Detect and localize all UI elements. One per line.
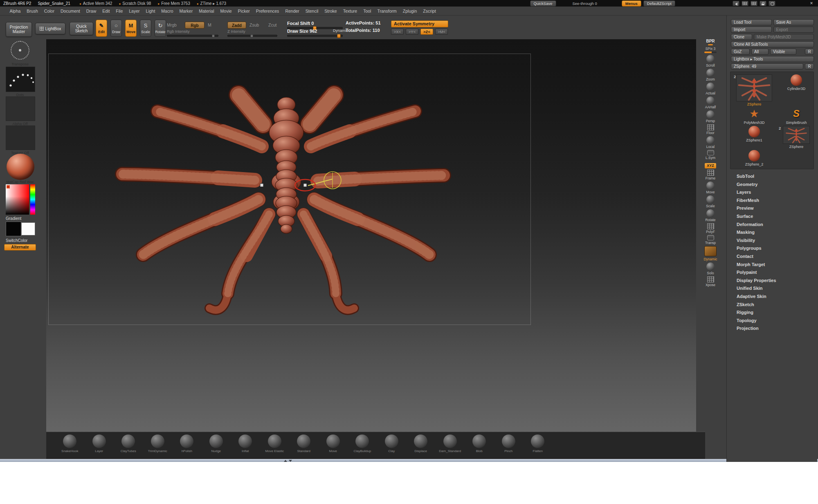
brush-move[interactable]: Move: [319, 435, 348, 453]
menus-button[interactable]: Menus: [622, 0, 641, 7]
shelf-item-scroll[interactable]: Scroll: [699, 55, 721, 67]
menu-layer[interactable]: Layer: [126, 9, 143, 13]
close-icon[interactable]: [808, 1, 815, 6]
clone-all-subtools-button[interactable]: Clone All SubTools: [731, 41, 814, 47]
grid-icon[interactable]: [742, 1, 748, 6]
section-topology[interactable]: Topology: [731, 317, 814, 325]
menu-preferences[interactable]: Preferences: [253, 9, 282, 13]
mode-button-move[interactable]: M Move: [125, 20, 137, 37]
menu-marker[interactable]: Marker: [176, 9, 196, 13]
shelf-item-scale[interactable]: Scale: [699, 195, 721, 208]
rgb-button[interactable]: Rgb: [185, 22, 204, 29]
section-unified-skin[interactable]: Unified Skin: [731, 284, 814, 293]
brush-move-elastic[interactable]: Move Elastic: [260, 435, 290, 453]
grid2-icon[interactable]: [751, 1, 757, 6]
menu-zscript[interactable]: Zscript: [420, 9, 439, 13]
tool-thumb-zsphere-2[interactable]: ZSphere_2: [732, 150, 776, 166]
default-zscript-button[interactable]: DefaultZScript: [643, 0, 675, 7]
brush-claytubes[interactable]: ClayTubes: [114, 435, 143, 453]
color-picker[interactable]: [6, 184, 35, 215]
shelf-item-bpr[interactable]: BPR: [699, 39, 721, 45]
document-canvas[interactable]: [46, 39, 696, 432]
alpha-thumbnail[interactable]: [6, 96, 35, 121]
brush-snakehook[interactable]: SnakeHook: [55, 435, 85, 453]
tool-thumb-zsphere1[interactable]: ZSphere1: [732, 126, 776, 149]
section-subtool[interactable]: SubTool: [731, 172, 814, 181]
shelf-item-spix-3[interactable]: SPix 3: [699, 47, 721, 54]
zsphere-handle-right[interactable]: [303, 184, 307, 187]
shelf-item-persp[interactable]: Persp: [699, 110, 721, 123]
lightbox-button[interactable]: LightBox: [35, 23, 65, 34]
menu-macro[interactable]: Macro: [158, 9, 176, 13]
shelf-item-frame[interactable]: Frame: [699, 170, 721, 180]
shelf-item-xyz[interactable]: XYZ: [699, 161, 721, 168]
menu-file[interactable]: File: [113, 9, 126, 13]
symmetry-axis-y[interactable]: >Y<: [406, 29, 418, 35]
circle-icon[interactable]: [769, 1, 775, 6]
menu-material[interactable]: Material: [196, 9, 217, 13]
mode-button-edit[interactable]: ✎ Edit: [96, 20, 107, 37]
tool-thumb-zsphere[interactable]: 2 ZSphere: [777, 126, 816, 149]
menu-edit[interactable]: Edit: [99, 9, 113, 13]
zsphere-model[interactable]: [46, 39, 696, 432]
menu-picker[interactable]: Picker: [235, 9, 253, 13]
rgb-intensity-slider[interactable]: [167, 35, 218, 37]
section-fibermesh[interactable]: FiberMesh: [731, 197, 814, 205]
section-masking[interactable]: Masking: [731, 228, 814, 237]
brush-blob[interactable]: Blob: [465, 435, 494, 453]
tool-thumb-cylinder3d[interactable]: Cylinder3D: [777, 74, 816, 106]
texture-thumbnail[interactable]: [6, 125, 35, 150]
menu-brush[interactable]: Brush: [24, 9, 41, 13]
goz-visible-button[interactable]: Visible: [770, 49, 796, 55]
symmetry-axis-z[interactable]: >Z<: [420, 29, 433, 35]
shelf-item-aahalf[interactable]: AAHalf: [699, 96, 721, 109]
zsphere-handle-left[interactable]: [260, 184, 263, 187]
draw-size-thumb[interactable]: [337, 34, 341, 38]
save-as-button[interactable]: Save As: [773, 19, 814, 25]
section-adaptive-skin[interactable]: Adaptive Skin: [731, 293, 814, 301]
import-button[interactable]: Import: [731, 27, 772, 33]
symmetry-axis-x[interactable]: >X<: [391, 29, 404, 35]
mrgb-button[interactable]: Mrgb: [167, 22, 177, 27]
menu-render[interactable]: Render: [282, 9, 302, 13]
main-color-swatch[interactable]: [6, 222, 21, 236]
brush-standard[interactable]: Standard: [289, 435, 319, 453]
shelf-item-polyf[interactable]: PolyF: [699, 223, 721, 234]
menu-draw[interactable]: Draw: [83, 9, 99, 13]
tool-thumb-zsphere[interactable]: 2 ZSphere: [732, 74, 776, 106]
menu-movie[interactable]: Movie: [217, 9, 235, 13]
shelf-item-transp[interactable]: Transp: [699, 235, 721, 245]
brush-pinch[interactable]: Pinch: [494, 435, 524, 453]
zsub-button[interactable]: Zsub: [249, 22, 259, 27]
make-polymesh3d-button[interactable]: Make PolyMesh3D: [754, 34, 814, 40]
transpose-icon[interactable]: [11, 41, 29, 60]
menu-transform[interactable]: Transform: [374, 9, 400, 13]
section-polypaint[interactable]: Polypaint: [731, 269, 814, 277]
section-polygroups[interactable]: Polygroups: [731, 244, 814, 253]
lock-icon[interactable]: [760, 1, 766, 6]
quicksave-button[interactable]: QuickSave: [530, 0, 556, 7]
arrow-left-icon[interactable]: [733, 1, 739, 6]
mode-button-scale[interactable]: S Scale: [140, 20, 151, 37]
goz-button[interactable]: GoZ: [731, 49, 750, 55]
menu-alpha[interactable]: Alpha: [7, 9, 24, 13]
activate-symmetry-button[interactable]: Activate Symmetry: [391, 20, 448, 27]
shelf-item-zoom[interactable]: Zoom: [699, 69, 721, 81]
hue-strip[interactable]: [30, 184, 35, 215]
clone-button[interactable]: Clone: [731, 34, 752, 40]
menu-stencil[interactable]: Stencil: [302, 9, 321, 13]
shelf-item-dynamic[interactable]: Dynamic: [699, 246, 721, 261]
load-tool-button[interactable]: Load Tool: [731, 19, 772, 25]
brush-layer[interactable]: Layer: [85, 435, 114, 453]
switchcolor-label[interactable]: SwitchColor: [0, 238, 40, 243]
rgb-intensity-thumb[interactable]: [212, 34, 215, 38]
zcut-button[interactable]: Zcut: [268, 22, 276, 27]
color-selector[interactable]: [7, 185, 10, 188]
gradient-label[interactable]: Gradient: [0, 216, 40, 221]
brush-inflat[interactable]: Inflat: [231, 435, 260, 453]
see-through-button[interactable]: See-through 0: [573, 1, 597, 6]
stroke-thumbnail[interactable]: [6, 67, 35, 92]
section-layers[interactable]: Layers: [731, 188, 814, 197]
secondary-color-swatch[interactable]: [21, 222, 35, 235]
m-button[interactable]: M: [208, 22, 211, 27]
